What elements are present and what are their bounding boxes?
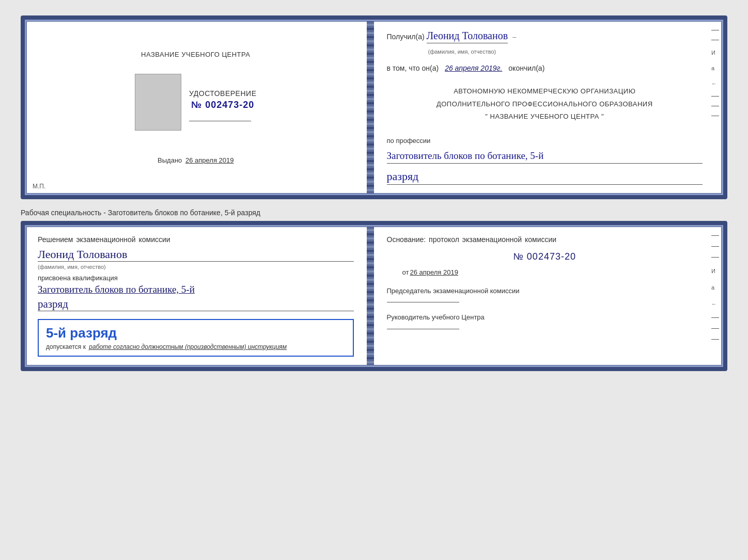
bottom-doc-right: Основание: протокол экзаменационной коми… — [374, 225, 724, 367]
top-doc-divider — [367, 20, 374, 195]
basis-label: Основание: протокол экзаменационной коми… — [387, 235, 703, 244]
fio-sublabel: (фамилия, имя, отчество) — [387, 49, 703, 55]
rank-value: разряд — [387, 170, 703, 185]
side-dash-4 — [711, 106, 719, 106]
date-line: в том, что он(а) 26 апреля 2019г. окончи… — [387, 64, 703, 72]
bottom-fio-sublabel: (фамилия, имя, отчество) — [38, 264, 354, 270]
side-dash-2 — [711, 40, 719, 40]
bottom-doc-left: Решением экзаменационной комиссии Леонид… — [25, 225, 367, 367]
side-dash-3 — [711, 96, 719, 97]
b-side-dash-6 — [711, 339, 719, 340]
top-doc-right: Получил(а) Леонид Толованов – (фамилия, … — [374, 20, 724, 195]
photo-placeholder — [135, 74, 181, 131]
admission-label: допускается к — [46, 343, 86, 350]
side-dash-1 — [711, 30, 719, 30]
top-document: НАЗВАНИЕ УЧЕБНОГО ЦЕНТРА УДОСТОВЕРЕНИЕ №… — [21, 15, 727, 199]
org-line3: " НАЗВАНИЕ УЧЕБНОГО ЦЕНТРА " — [387, 111, 703, 122]
top-org-name-label: НАЗВАНИЕ УЧЕБНОГО ЦЕНТРА — [141, 51, 250, 58]
admission-italic: работе согласно должностным (производств… — [89, 343, 287, 350]
org-line1: АВТОНОМНУЮ НЕКОММЕРЧЕСКУЮ ОРГАНИЗАЦИЮ — [387, 86, 703, 97]
in-that-label: в том, что он(а) — [387, 64, 439, 72]
page-wrapper: НАЗВАНИЕ УЧЕБНОГО ЦЕНТРА УДОСТОВЕРЕНИЕ №… — [10, 10, 738, 376]
director-label: Руководитель учебного Центра — [387, 313, 703, 322]
chairman-label: Председатель экзаменационной комиссии — [387, 286, 703, 296]
mp-label: М.П. — [33, 183, 45, 190]
protocol-number: № 002473-20 — [387, 251, 703, 262]
profession-value: Заготовитель блоков по ботанике, 5-й — [387, 150, 703, 164]
finished-label: окончил(а) — [508, 64, 544, 72]
qualification-value: Заготовитель блоков по ботанике, 5-й — [38, 283, 354, 296]
org-line2: ДОПОЛНИТЕЛЬНОГО ПРОФЕССИОНАЛЬНОГО ОБРАЗО… — [387, 99, 703, 109]
decision-title: Решением экзаменационной комиссии — [38, 235, 354, 244]
received-prefix: Получил(а) — [387, 33, 425, 41]
date-value: 26 апреля 2019г. — [445, 64, 502, 72]
side-label-a: а — [711, 65, 719, 71]
b-side-dash-3 — [711, 257, 719, 258]
b-side-label-i: И — [711, 268, 719, 274]
org-block: АВТОНОМНУЮ НЕКОММЕРЧЕСКУЮ ОРГАНИЗАЦИЮ ДО… — [387, 84, 703, 124]
director-signature-line — [387, 329, 459, 329]
stamp-admission: допускается к работе согласно должностны… — [46, 343, 346, 350]
bottom-right-side-decorations: И а ← — [711, 235, 719, 340]
assigned-label: присвоена квалификация — [38, 274, 354, 282]
separator-text: Рабочая специальность - Заготовитель бло… — [21, 204, 727, 221]
issued-label: Выдано — [158, 156, 182, 164]
received-row: Получил(а) Леонид Толованов – — [387, 30, 703, 43]
cert-number: № 002473-20 — [189, 100, 256, 110]
person-name-large: Леонид Толованов — [38, 248, 354, 262]
b-side-dash-1 — [711, 235, 719, 236]
cert-label: УДОСТОВЕРЕНИЕ — [189, 89, 256, 98]
from-label: от — [402, 268, 409, 276]
bottom-doc-divider — [367, 225, 374, 367]
b-side-dash-5 — [711, 328, 719, 329]
profession-label: по профессии — [387, 137, 703, 145]
side-label-arrow: ← — [711, 81, 719, 87]
from-date-value: 26 апреля 2019 — [410, 268, 458, 276]
rank-bottom: разряд — [38, 298, 354, 311]
b-side-label-arrow: ← — [711, 301, 719, 307]
right-side-decorations: И а ← — [711, 30, 719, 116]
stamp-box: 5-й разряд допускается к работе согласно… — [38, 319, 354, 357]
received-name: Леонид Толованов — [427, 30, 508, 43]
issued-date: 26 апреля 2019 — [185, 156, 234, 164]
b-side-label-a: а — [711, 284, 719, 291]
bottom-document: Решением экзаменационной комиссии Леонид… — [21, 221, 727, 371]
b-side-dash-4 — [711, 317, 719, 318]
side-dash-5 — [711, 116, 719, 116]
stamp-rank: 5-й разряд — [46, 325, 346, 341]
top-doc-left: НАЗВАНИЕ УЧЕБНОГО ЦЕНТРА УДОСТОВЕРЕНИЕ №… — [25, 20, 367, 195]
side-label-i: И — [711, 50, 719, 56]
b-side-dash-2 — [711, 246, 719, 247]
dash-after-name: – — [512, 33, 516, 41]
from-date-row: от26 апреля 2019 — [387, 268, 703, 276]
issued-line: Выдано 26 апреля 2019 — [158, 156, 233, 164]
chairman-signature-line — [387, 302, 459, 302]
